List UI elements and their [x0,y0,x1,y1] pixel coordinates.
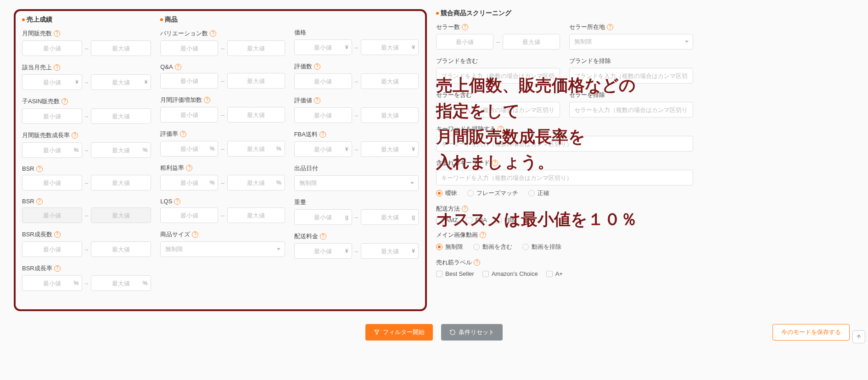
label-monthly-sales: 月間販売数 [22,29,52,38]
help-icon[interactable]: ? [54,30,60,37]
help-icon[interactable]: ? [62,98,68,105]
bsr1-min[interactable] [22,175,82,190]
help-icon[interactable]: ? [54,64,60,71]
fba-max[interactable] [361,141,419,157]
bs-bestseller[interactable]: Best Seller [436,270,474,277]
help-icon[interactable]: ? [180,131,186,137]
help-icon[interactable]: ? [175,64,181,70]
seller-loc-select[interactable]: 無制限 [569,34,693,50]
label-variations: バリエーション数 [160,29,208,38]
weight-max[interactable] [361,209,419,225]
monthly-revenue-max[interactable] [91,74,151,90]
bs-aplus[interactable]: A+ [546,270,563,277]
review-inc-min[interactable] [160,107,218,123]
review-count-max[interactable] [361,73,419,89]
variations-max[interactable] [227,40,285,56]
scroll-top-button[interactable] [852,330,865,343]
review-val-max[interactable] [361,107,419,123]
sales-growth-max[interactable] [91,142,151,158]
help-icon[interactable]: ? [314,97,320,104]
fba-min[interactable] [294,141,352,157]
filter-icon [374,329,380,335]
filter-start-button[interactable]: フィルター開始 [365,324,433,341]
child-asin-max[interactable] [91,108,151,124]
brand-exclude-input[interactable] [569,68,693,84]
help-icon[interactable]: ? [492,160,498,166]
video-exclude[interactable]: 動画を排除 [522,243,561,251]
review-rate-min[interactable] [160,141,218,156]
help-icon[interactable]: ? [204,97,210,103]
match-exact[interactable]: 正確 [528,189,549,197]
ship-fee-min[interactable] [294,243,352,259]
help-icon[interactable]: ? [192,231,198,238]
review-val-min[interactable] [294,107,352,123]
help-icon[interactable]: ? [607,24,613,30]
qa-min[interactable] [160,73,218,89]
seller-exclude-input[interactable] [569,102,693,117]
label-review-val: 評価値 [294,96,312,105]
help-icon[interactable]: ? [498,126,504,132]
brand-include-input[interactable] [436,68,560,84]
help-icon[interactable]: ? [72,132,78,139]
lqs-max[interactable] [227,207,285,223]
help-icon[interactable]: ? [36,198,43,205]
help-icon[interactable]: ? [174,198,180,205]
list-date-select[interactable]: 無制限 [294,175,419,191]
gross-max[interactable] [227,175,285,190]
bsr-growth-count-max[interactable] [91,241,151,257]
bsr-growth-rate-min[interactable] [22,275,82,291]
weight-min[interactable] [294,209,352,225]
help-icon[interactable]: ? [186,165,192,171]
ship-fba[interactable]: FBA [466,217,487,224]
qa-max[interactable] [227,73,285,89]
bsr-growth-count-min[interactable] [22,241,82,257]
sales-growth-min[interactable] [22,142,82,158]
help-icon[interactable]: ? [36,166,43,172]
product-col-left: 商品 バリエーション数? – Q&A? [160,16,285,298]
bs-amazons-choice[interactable]: Amazon's Choice [482,270,538,277]
help-icon[interactable]: ? [474,259,480,266]
help-icon[interactable]: ? [54,231,61,238]
match-phrase[interactable]: フレーズマッチ [467,189,518,197]
reset-button[interactable]: 条件リセット [441,324,503,341]
label-kw-exc: キーワードを排除する [436,125,496,133]
seller-include-input[interactable] [436,102,560,117]
video-unlimited[interactable]: 無制限 [436,243,463,251]
variations-min[interactable] [160,40,218,56]
ship-amz[interactable]: AMZ [436,217,458,224]
help-icon[interactable]: ? [210,30,216,37]
review-count-min[interactable] [294,73,352,89]
gross-min[interactable] [160,175,218,190]
kw-include-input[interactable] [436,170,693,185]
help-icon[interactable]: ? [462,24,468,30]
ship-fee-max[interactable] [361,243,419,259]
price-max[interactable] [361,39,419,55]
match-fuzzy[interactable]: 曖昧 [436,189,457,197]
bsr-growth-rate-max[interactable] [91,275,151,291]
bsr1-max[interactable] [91,175,151,190]
monthly-revenue-min[interactable] [22,74,82,90]
save-mode-button[interactable]: 今のモードを保存する [773,324,850,341]
help-icon[interactable]: ? [319,131,326,138]
lqs-min[interactable] [160,207,218,223]
video-include[interactable]: 動画を含む [473,243,512,251]
review-inc-max[interactable] [227,107,285,123]
help-icon[interactable]: ? [314,63,320,70]
price-min[interactable] [294,39,352,55]
help-icon[interactable]: ? [320,233,326,240]
review-rate-max[interactable] [227,141,285,156]
child-asin-min[interactable] [22,108,82,124]
ship-fbm[interactable]: FBM [495,217,517,224]
kw-exclude-input[interactable] [436,136,693,151]
help-icon[interactable]: ? [480,232,486,238]
help-icon[interactable]: ? [462,206,468,212]
size-select[interactable]: 無制限 [160,241,285,257]
monthly-sales-min[interactable] [22,40,82,56]
monthly-sales-max[interactable] [91,40,151,56]
action-bar: フィルター開始 条件リセット [14,324,854,341]
seller-count-min[interactable] [436,34,493,50]
seller-count-max[interactable] [503,34,560,50]
help-icon[interactable]: ? [54,265,61,272]
label-review-count: 評価数 [294,62,312,71]
label-qa: Q&A [160,63,173,70]
